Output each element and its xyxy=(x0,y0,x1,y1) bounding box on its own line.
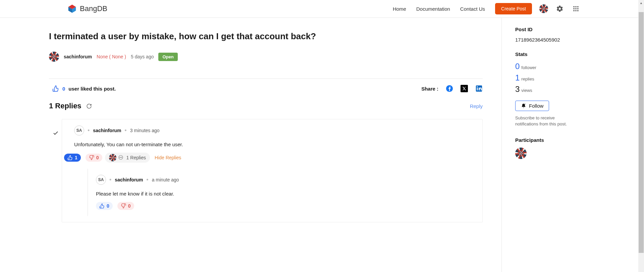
nested-reply-dislike-count: 0 xyxy=(128,203,131,209)
stat-views: 3 views xyxy=(515,85,577,94)
svg-point-15 xyxy=(477,86,478,87)
post-time: 5 days ago xyxy=(131,54,154,59)
sidebar-postid-value: 1718962364505902 xyxy=(515,37,577,43)
reply-like-count: 1 xyxy=(75,155,77,160)
share-linkedin-icon[interactable] xyxy=(475,85,483,92)
post-author-name[interactable]: sachinforum xyxy=(64,54,92,59)
hide-replies-button[interactable]: Hide Replies xyxy=(155,155,181,160)
svg-rect-3 xyxy=(574,6,575,7)
nav-documentation[interactable]: Documentation xyxy=(416,6,450,12)
replies-title: 1 Replies xyxy=(49,102,82,110)
svg-point-19 xyxy=(121,157,122,158)
share-facebook-icon[interactable] xyxy=(446,85,453,92)
comment-icon xyxy=(118,155,124,161)
nested-reply-dislike-button[interactable]: 0 xyxy=(117,202,134,210)
stat-followers: 0 follower xyxy=(515,62,577,71)
share-label: Share : xyxy=(421,86,438,92)
nested-reply-author-avatar[interactable]: SA xyxy=(96,175,106,185)
bell-plus-icon xyxy=(521,103,526,109)
nested-reply-like-button[interactable]: 0 xyxy=(96,202,113,210)
user-avatar[interactable] xyxy=(539,4,548,13)
follow-button[interactable]: Follow xyxy=(515,101,549,111)
thumb-down-icon xyxy=(89,155,94,160)
svg-rect-4 xyxy=(575,6,576,7)
svg-rect-11 xyxy=(577,10,578,11)
share-x-icon[interactable] xyxy=(461,85,468,92)
stat-replies-label: replies xyxy=(521,76,534,81)
svg-rect-14 xyxy=(477,88,478,90)
refresh-icon[interactable] xyxy=(86,103,92,109)
stat-followers-count: 0 xyxy=(515,62,520,71)
reply-body: Unfortunately, You can not un-terminate … xyxy=(74,142,473,147)
svg-rect-6 xyxy=(574,8,575,9)
post-status-badge: Open xyxy=(158,53,177,61)
post-author-avatar[interactable] xyxy=(49,52,59,62)
sidebar-stats-heading: Stats xyxy=(515,51,577,57)
thumb-up-icon xyxy=(67,155,73,160)
nested-reply-like-count: 0 xyxy=(107,203,109,209)
follow-subtext: Subscribe to receive notifications from … xyxy=(515,115,577,127)
scrollbar[interactable]: ▲ xyxy=(638,0,644,272)
replies-header: 1 Replies Reply xyxy=(49,102,483,110)
stat-views-count: 3 xyxy=(515,85,520,94)
post-title: I terminated a user by mistake, how can … xyxy=(49,31,483,42)
sidebar-participants-heading: Participants xyxy=(515,137,577,143)
topbar: BangDB Home Documentation Contact Us Cre… xyxy=(0,0,644,18)
nested-reply-body: Please let me know if it is not clear. xyxy=(96,191,473,197)
svg-rect-8 xyxy=(577,8,578,9)
nested-reply-item: SA • sachinforum • a minute ago Please l… xyxy=(88,169,473,216)
stat-replies: 1 replies xyxy=(515,73,577,83)
stat-views-label: views xyxy=(521,88,532,93)
like-block[interactable]: 0 user liked this post. xyxy=(49,85,116,92)
apps-grid-icon[interactable] xyxy=(572,4,580,13)
nested-reply-meta: SA • sachinforum • a minute ago xyxy=(96,175,473,185)
reply-actions: 1 0 1 Replies Hide Replies xyxy=(64,153,473,163)
reply-link[interactable]: Reply xyxy=(470,103,483,109)
participant-avatar[interactable] xyxy=(515,148,527,159)
thumb-down-icon xyxy=(121,203,126,209)
like-count: 0 xyxy=(62,86,65,92)
like-share-row: 0 user liked this post. Share : xyxy=(49,78,483,92)
thumb-up-icon xyxy=(99,203,105,209)
reply-dislike-count: 0 xyxy=(96,155,99,160)
svg-rect-7 xyxy=(575,8,576,9)
reply-item: SA • sachinforum • 3 minutes ago Unfortu… xyxy=(62,119,482,222)
reply-time: 3 minutes ago xyxy=(130,128,160,133)
svg-rect-10 xyxy=(575,10,576,11)
settings-gear-icon[interactable] xyxy=(555,4,564,13)
participants-list xyxy=(515,148,577,159)
scrollbar-up-icon[interactable]: ▲ xyxy=(638,0,644,6)
svg-rect-5 xyxy=(577,6,578,7)
brand-logo[interactable]: BangDB xyxy=(67,4,107,14)
reply-like-button[interactable]: 1 xyxy=(64,154,81,162)
nested-replies-pill[interactable]: 1 Replies xyxy=(105,153,150,163)
main-column: I terminated a user by mistake, how can … xyxy=(49,18,501,272)
post-meta: sachinforum None ( None ) 5 days ago Ope… xyxy=(49,52,483,62)
nested-reply-actions: 0 0 xyxy=(96,202,473,210)
sidebar: Post ID 1718962364505902 Stats 0 followe… xyxy=(501,18,577,272)
like-text: user liked this post. xyxy=(68,86,116,92)
stat-followers-label: follower xyxy=(521,65,536,70)
nested-replier-avatar xyxy=(109,154,116,161)
accepted-check-icon xyxy=(53,130,59,136)
reply-thread: SA • sachinforum • 3 minutes ago Unfortu… xyxy=(62,119,483,222)
brand-logo-icon xyxy=(67,4,77,14)
create-post-button[interactable]: Create Post xyxy=(495,3,532,14)
reply-author-avatar[interactable]: SA xyxy=(74,125,84,135)
nav-home[interactable]: Home xyxy=(393,6,406,12)
reply-author-name[interactable]: sachinforum xyxy=(93,128,121,133)
scrollbar-thumb[interactable] xyxy=(639,12,644,253)
nested-reply-author-name[interactable]: sachinforum xyxy=(115,177,143,182)
post-category[interactable]: None ( None ) xyxy=(97,54,126,59)
follow-button-label: Follow xyxy=(529,103,543,109)
svg-point-18 xyxy=(120,157,121,158)
nested-replies-count-label: 1 Replies xyxy=(126,155,146,160)
svg-point-17 xyxy=(119,157,120,158)
brand-name: BangDB xyxy=(80,4,107,13)
reply-meta: SA • sachinforum • 3 minutes ago xyxy=(74,125,473,135)
thumb-up-icon xyxy=(52,85,59,92)
reply-dislike-button[interactable]: 0 xyxy=(86,154,102,162)
nav-contact[interactable]: Contact Us xyxy=(460,6,485,12)
nested-reply-time: a minute ago xyxy=(152,177,179,182)
sidebar-postid-heading: Post ID xyxy=(515,26,577,32)
